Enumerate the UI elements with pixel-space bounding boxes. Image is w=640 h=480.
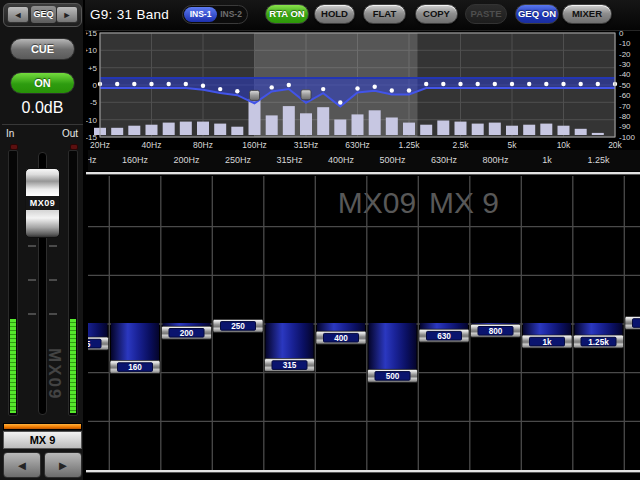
axis-tick-label: -20 [619, 50, 631, 59]
strip-frequency-label: 1k [542, 155, 552, 165]
band-fader-cap[interactable]: 800 [471, 324, 521, 337]
band-cap-frequency-label: 400 [334, 334, 348, 343]
rta-bar [128, 126, 140, 135]
eq-band-dot[interactable] [458, 82, 462, 86]
eq-band-dot[interactable] [561, 82, 565, 86]
eq-band-dot[interactable] [373, 85, 377, 89]
tab-ins-2[interactable]: INS-2 [216, 7, 246, 22]
eq-band-dot[interactable] [527, 82, 531, 86]
band-gain-column [369, 323, 417, 369]
band-cap-frequency-label: 1k [542, 338, 552, 347]
rta-bar [231, 127, 243, 135]
geq-next-button[interactable]: ► [56, 6, 78, 23]
eq-band-dot[interactable] [287, 83, 291, 87]
band-gain-column [317, 323, 365, 331]
strip-frequency-label: 500Hz [379, 155, 405, 165]
channel-next-button[interactable]: ► [44, 452, 82, 478]
band-fader-cap[interactable]: 315 [265, 359, 315, 372]
band-fader-cap[interactable]: 125 [88, 337, 109, 350]
axis-tick-label: 40Hz [142, 140, 162, 150]
band-fader-cap[interactable]: 250 [213, 319, 263, 332]
eq-band-dot[interactable] [338, 100, 342, 104]
eq-overview-plot: +15+10+50-5-10-150-10-20-30-40-50-60-70-… [86, 31, 640, 150]
axis-tick-label: 80Hz [193, 140, 213, 150]
insert-tabs: INS-1 INS-2 [182, 5, 248, 24]
eq-band-dot[interactable] [132, 82, 136, 86]
geq-screen: G9: 31 Band INS-1 INS-2 RTA ON HOLD FLAT… [0, 0, 640, 480]
rta-bar [420, 125, 432, 135]
eq-band-dot[interactable] [115, 82, 119, 86]
eq-band-dot[interactable] [218, 87, 222, 91]
mixer-button[interactable]: MIXER [562, 4, 612, 24]
eq-band-dot[interactable] [510, 82, 514, 86]
band-cap-frequency-label: 160 [128, 363, 142, 372]
fader-tick [28, 245, 36, 247]
axis-tick-label: 20Hz [90, 140, 110, 150]
eq-band-dot[interactable] [441, 82, 445, 86]
eq-band-dot[interactable] [390, 88, 394, 92]
axis-tick-label: 2.5k [452, 140, 469, 150]
axis-tick-label: 0 [93, 81, 98, 90]
band-cap-frequency-label: 500 [386, 372, 400, 381]
cue-button[interactable]: CUE [10, 38, 75, 60]
band-gain-column [111, 323, 159, 361]
grabbed-band-handle[interactable] [301, 90, 311, 100]
band-fader-cap[interactable]: 500 [368, 369, 418, 382]
eq-band-dot[interactable] [493, 82, 497, 86]
hold-button[interactable]: HOLD [314, 4, 355, 24]
copy-button[interactable]: COPY [415, 4, 458, 24]
meter-out-label: Out [62, 128, 78, 139]
eq-band-dot[interactable] [270, 85, 274, 89]
channel-prev-button[interactable]: ◄ [3, 452, 41, 478]
fader-tick [49, 279, 57, 281]
divider-top [86, 172, 640, 174]
on-button[interactable]: ON [10, 72, 75, 94]
band-fader-cap[interactable]: 400 [316, 331, 366, 344]
geq-selector: ◄ GEQ ► [3, 3, 82, 27]
eq-band-dot[interactable] [596, 82, 600, 86]
rta-bar [214, 124, 226, 135]
rta-bar [180, 122, 192, 135]
band-fader-cap[interactable]: 1k [522, 335, 572, 348]
rta-bar [386, 118, 398, 136]
fader-cap-label: MX09 [26, 196, 59, 210]
eq-band-dot[interactable] [407, 88, 411, 92]
grabbed-band-handle[interactable] [250, 90, 260, 100]
eq-band-dot[interactable] [201, 84, 205, 88]
eq-band-dot[interactable] [167, 82, 171, 86]
band-fader-cap[interactable]: 630 [419, 329, 469, 342]
band-fader-cap[interactable]: 160 [110, 361, 160, 374]
meter-in-label: In [6, 128, 14, 139]
eq-band-dot[interactable] [476, 82, 480, 86]
channel-fader-handle[interactable]: MX09 [25, 168, 60, 238]
eq-band-dot[interactable] [579, 82, 583, 86]
channel-color-strip [3, 423, 82, 430]
geq-prev-button[interactable]: ◄ [7, 6, 29, 23]
band-gain-column [266, 323, 314, 359]
eq-band-dot[interactable] [149, 82, 153, 86]
eq-band-dot[interactable] [424, 82, 428, 86]
eq-band-dot[interactable] [355, 86, 359, 90]
eq-band-dot[interactable] [184, 82, 188, 86]
eq-band-dot[interactable] [235, 89, 239, 93]
flat-button[interactable]: FLAT [363, 4, 406, 24]
band-fader-cap[interactable]: 1.6k [625, 317, 640, 330]
paste-button[interactable]: PASTE [465, 4, 507, 24]
rta-bar [334, 120, 346, 136]
strip-frequency-label: 315Hz [276, 155, 302, 165]
strip-frequency-label: 250Hz [225, 155, 251, 165]
rta-bar [369, 110, 381, 135]
rta-bar [146, 125, 158, 135]
rta-bar [575, 129, 587, 135]
eq-band-dot[interactable] [321, 87, 325, 91]
output-meter-level [70, 319, 76, 413]
rta-bar [455, 122, 467, 135]
geq-on-button[interactable]: GEQ ON [515, 4, 559, 24]
eq-band-dot[interactable] [544, 82, 548, 86]
band-fader-cap[interactable]: 1.25k [574, 335, 624, 348]
rta-on-button[interactable]: RTA ON [265, 4, 309, 24]
channel-sidebar: ◄ GEQ ► CUE ON 0.0dB In Out MX09 MX09 MX… [0, 0, 85, 480]
strip-frequency-label: 125Hz [88, 155, 97, 165]
band-fader-cap[interactable]: 200 [162, 326, 212, 339]
tab-ins-1[interactable]: INS-1 [184, 7, 217, 22]
